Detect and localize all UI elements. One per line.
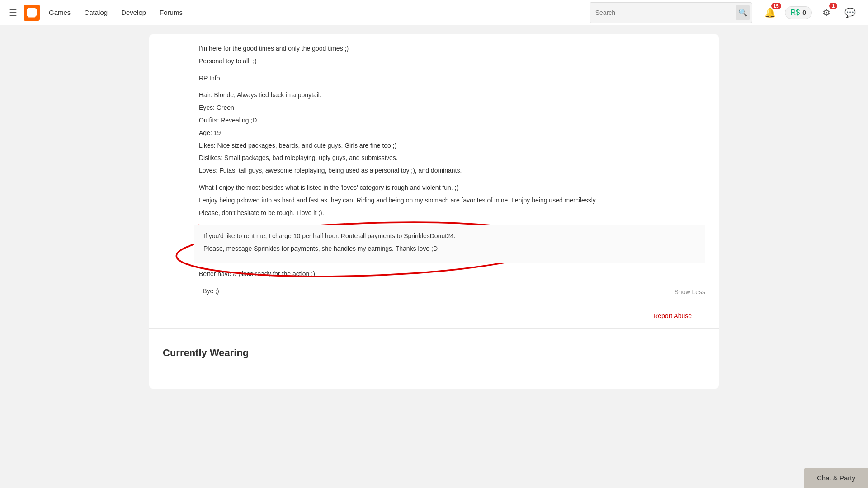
settings-button[interactable]: ⚙ 1 — [817, 4, 835, 22]
report-abuse-link[interactable]: Report Abuse — [163, 308, 705, 319]
nav-develop[interactable]: Develop — [121, 9, 146, 16]
rp-age: Age: 19 — [199, 128, 705, 139]
hamburger-icon[interactable]: ☰ — [9, 7, 17, 18]
search-input[interactable] — [595, 9, 736, 16]
roblox-logo[interactable] — [24, 5, 40, 21]
nav-forums[interactable]: Forums — [160, 9, 183, 16]
rp-loves: Loves: Futas, tall guys, awesome rolepla… — [199, 165, 705, 176]
messages-button[interactable]: 💬 — [841, 4, 859, 22]
settings-badge: 1 — [829, 3, 837, 9]
rp-hair: Hair: Blonde, Always tied back in a pony… — [199, 90, 705, 101]
navbar: ☰ Games Catalog Develop Forums 🔍 🔔 15 R$… — [0, 0, 868, 25]
closing-line: Better have a place ready for the action… — [199, 269, 705, 280]
search-icon[interactable]: 🔍 — [736, 5, 750, 20]
nav-actions: 🔔 15 R$ 0 ⚙ 1 💬 — [761, 4, 859, 22]
notifications-button[interactable]: 🔔 15 — [761, 4, 779, 22]
bio-line-1: I'm here for the good times and only the… — [199, 43, 705, 54]
robux-button[interactable]: R$ 0 — [785, 6, 812, 19]
currently-wearing-title: Currently Wearing — [163, 347, 705, 359]
payment-line-2: Please, message Sprinkles for payments, … — [203, 244, 696, 254]
profile-text-section: I'm here for the good times and only the… — [149, 34, 719, 308]
chat-party-button[interactable]: Chat & Party — [804, 468, 868, 488]
show-less-link[interactable]: Show Less — [675, 287, 705, 298]
robux-amount: 0 — [802, 9, 806, 16]
rp-likes: Likes: Nice sized packages, beards, and … — [199, 141, 705, 151]
payment-line-1: If you'd like to rent me, I charge 10 pe… — [203, 231, 696, 242]
currently-wearing-section: Currently Wearing — [149, 338, 719, 375]
nav-games[interactable]: Games — [49, 9, 71, 16]
notification-badge: 15 — [771, 3, 781, 9]
closing-block: Better have a place ready for the action… — [199, 269, 705, 280]
extra-text-block: What I enjoy the most besides what is li… — [199, 183, 705, 218]
extra-text-1: What I enjoy the most besides what is li… — [199, 183, 705, 193]
section-divider — [149, 328, 719, 329]
logo-icon — [27, 8, 37, 18]
rp-outfits: Outfits: Revealing ;D — [199, 115, 705, 126]
bye-line: ~Bye ;) — [199, 286, 219, 297]
bio-line-2: Personal toy to all. ;) — [199, 56, 705, 67]
highlighted-payment-box: If you'd like to rent me, I charge 10 pe… — [194, 225, 705, 263]
content-area: I'm here for the good times and only the… — [149, 34, 719, 389]
page-wrapper: I'm here for the good times and only the… — [0, 25, 868, 398]
nav-links: Games Catalog Develop Forums — [49, 9, 590, 16]
robux-icon: R$ — [791, 9, 800, 17]
nav-catalog[interactable]: Catalog — [84, 9, 108, 16]
search-bar: 🔍 — [590, 2, 752, 23]
extra-text-3: Please, don't hesitate to be rough, I lo… — [199, 208, 705, 219]
intro-block: I'm here for the good times and only the… — [199, 43, 705, 67]
rp-info-label: RP Info — [199, 73, 705, 84]
rp-eyes: Eyes: Green — [199, 103, 705, 113]
rp-info-block: RP Info — [199, 73, 705, 84]
extra-text-2: I enjoy being pxlowed into as hard and f… — [199, 195, 705, 206]
rp-details-block: Hair: Blonde, Always tied back in a pony… — [199, 90, 705, 176]
rp-dislikes: Dislikes: Small packages, bad roleplayin… — [199, 153, 705, 164]
